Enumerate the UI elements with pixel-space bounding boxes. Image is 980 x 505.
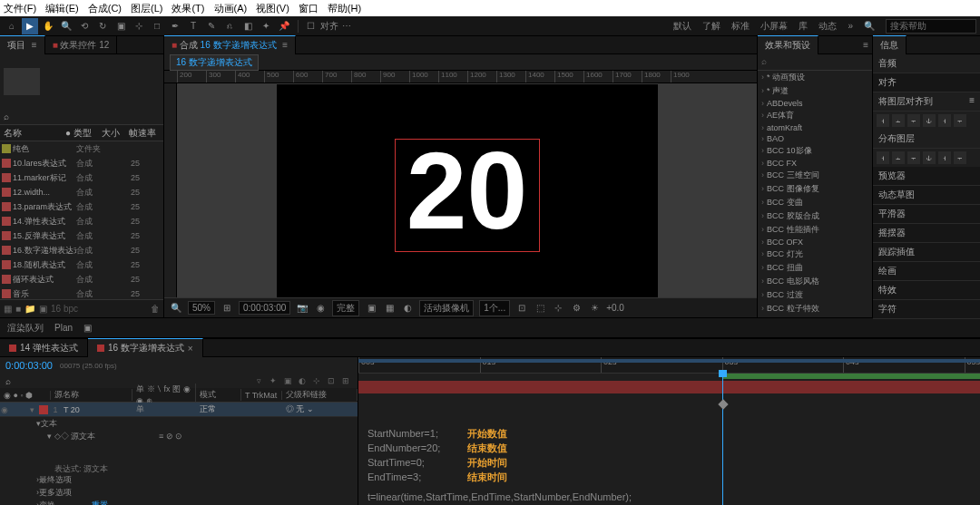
layer-row-1[interactable]: ◉ ▾ 1 T 20 单 正常 ◎ 无 ⌄ xyxy=(0,403,358,417)
effect-category[interactable]: * 声道 xyxy=(758,84,872,98)
dist-5-icon[interactable]: ⫞ xyxy=(938,151,951,164)
pen-tool-icon[interactable]: ✒ xyxy=(167,18,183,34)
channel-icon[interactable]: ◉ xyxy=(314,303,327,313)
eraser-tool-icon[interactable]: ◧ xyxy=(240,18,256,34)
effect-category[interactable]: BCC 三维空间 xyxy=(758,169,872,182)
effect-category[interactable]: atomKraft xyxy=(758,122,872,133)
snapshot-icon[interactable]: 📷 xyxy=(296,303,309,313)
exposure-icon[interactable]: ☀ xyxy=(588,303,601,313)
roi-icon[interactable]: ▣ xyxy=(365,303,377,313)
zoom-dropdown[interactable]: 50% xyxy=(188,301,215,315)
prop-sketch[interactable]: 动态草图 xyxy=(873,186,980,205)
text-bounds[interactable] xyxy=(395,139,540,252)
view-opt1-icon[interactable]: ⊡ xyxy=(515,303,528,313)
effect-category[interactable]: ABDevels xyxy=(758,98,872,109)
prop-audio[interactable]: 音频 xyxy=(873,54,980,73)
effect-category[interactable]: BCC FX xyxy=(758,158,872,169)
menu-help[interactable]: 帮助(H) xyxy=(328,2,361,15)
effect-category[interactable]: BCC 颗粒 xyxy=(758,316,872,317)
transp-icon[interactable]: ▦ xyxy=(383,303,396,313)
tl-i1-icon[interactable]: ▿ xyxy=(252,374,265,387)
view-opt3-icon[interactable]: ⊹ xyxy=(552,303,564,313)
effect-category[interactable]: BCC 电影风格 xyxy=(758,275,872,288)
roto-tool-icon[interactable]: ✦ xyxy=(258,18,274,34)
project-item[interactable]: 10.lares表达式合成25 xyxy=(0,156,163,170)
dist-1-icon[interactable]: ⫞ xyxy=(877,151,889,164)
project-item[interactable]: 16.数字递增表达式合成25 xyxy=(0,243,163,257)
prop-align[interactable]: 对齐 xyxy=(873,73,980,92)
rect-tool-icon[interactable]: □ xyxy=(149,18,165,34)
prop-paint[interactable]: 绘画 xyxy=(873,262,980,281)
help-search-input[interactable] xyxy=(886,19,976,34)
layer-name[interactable]: T 20 xyxy=(60,405,136,414)
proj-bin-icon[interactable]: ▦ xyxy=(4,304,12,314)
effect-category[interactable]: * 动画预设 xyxy=(758,71,872,84)
dist-2-icon[interactable]: ⫠ xyxy=(892,151,905,164)
project-item[interactable]: 纯色文件夹 xyxy=(0,141,163,156)
hdr-source[interactable]: 源名称 xyxy=(51,389,132,401)
plan-label[interactable]: Plan xyxy=(54,323,73,333)
menu-effect[interactable]: 效果(T) xyxy=(172,2,204,15)
puppet-tool-icon[interactable]: 📌 xyxy=(276,18,292,34)
prop-fx[interactable]: 特效 xyxy=(873,281,980,300)
resolution-dropdown[interactable]: 完整 xyxy=(332,300,359,316)
layer-bar[interactable] xyxy=(358,381,980,393)
col-frate[interactable]: 帧速率 xyxy=(129,127,163,140)
ws-lib[interactable]: 库 xyxy=(799,20,808,33)
view-opt2-icon[interactable]: ⬚ xyxy=(534,303,546,313)
align-l-icon[interactable]: ⫞ xyxy=(877,114,889,127)
tab-effect-controls[interactable]: ■ 效果控件 12 xyxy=(45,36,118,54)
tl-i6-icon[interactable]: ⊡ xyxy=(325,374,338,387)
exp-source-text[interactable]: ▾ ◇ ◇ 源文本 ≡ ⊘ ⊙ xyxy=(0,430,358,442)
menu-comp[interactable]: 合成(C) xyxy=(88,2,122,15)
camera-dropdown[interactable]: 活动摄像机 xyxy=(419,300,474,316)
effect-category[interactable]: BCC 性能插件 xyxy=(758,223,872,237)
hdr-mode[interactable]: 模式 xyxy=(196,389,241,401)
snap-opts-icon[interactable]: ⋯ xyxy=(338,18,355,34)
keyframe-icon[interactable] xyxy=(718,399,728,409)
hand-tool-icon[interactable]: ✋ xyxy=(40,18,56,34)
tab-project[interactable]: 项目 ≡ xyxy=(0,35,45,54)
view-opt4-icon[interactable]: ⚙ xyxy=(570,303,583,313)
project-item[interactable]: 音乐合成25 xyxy=(0,286,163,299)
project-item[interactable]: 12.width...合成25 xyxy=(0,185,163,199)
tl-search-input[interactable] xyxy=(16,376,71,386)
ws-more-icon[interactable]: » xyxy=(848,21,853,31)
project-item[interactable]: 11.marker标记合成25 xyxy=(0,170,163,185)
effect-category[interactable]: BCC 10影像 xyxy=(758,144,872,158)
res-icon[interactable]: ⊞ xyxy=(220,303,233,313)
tab-effects[interactable]: 效果和预设 xyxy=(758,35,818,54)
tl-i2-icon[interactable]: ✦ xyxy=(267,374,279,387)
text-tool-icon[interactable]: T xyxy=(185,18,201,34)
prop-tracker[interactable]: 跟踪插值 xyxy=(873,243,980,262)
exp-more[interactable]: › 更多选项 xyxy=(0,486,358,499)
align-c-icon[interactable]: ⫠ xyxy=(892,114,905,127)
tab-info[interactable]: 信息 xyxy=(873,35,906,54)
hdr-parent[interactable]: 父级和链接 xyxy=(282,389,358,401)
prop-wiggler[interactable]: 摇摆器 xyxy=(873,224,980,243)
breadcrumb[interactable]: 16 数字递增表达式 xyxy=(170,54,259,71)
exp-transform[interactable]: › 变换 重置 xyxy=(0,499,358,505)
menu-file[interactable]: 文件(F) xyxy=(4,2,36,15)
align-r-icon[interactable]: ⫟ xyxy=(907,114,920,127)
magnify-icon[interactable]: 🔍 xyxy=(170,303,182,313)
project-item[interactable]: 循环表达式合成25 xyxy=(0,272,163,286)
exp-final[interactable]: › 最终选项 xyxy=(0,473,358,486)
dist-6-icon[interactable]: ⫟ xyxy=(954,151,966,164)
timecode-display[interactable]: 0:00:03:00 xyxy=(5,360,53,371)
tab-render-queue[interactable]: 渲染队列 xyxy=(7,322,44,335)
search-toggle-icon[interactable]: 🔍 xyxy=(864,21,875,31)
tab-comp-viewer[interactable]: ■ 合成 16 数字递增表达式 ≡ xyxy=(164,35,296,54)
project-item[interactable]: 14.弹性表达式合成25 xyxy=(0,214,163,228)
timeline-tracks[interactable]: StartNumber=1;开始数值 EndNumber=20;结束数值 Sta… xyxy=(358,374,980,505)
tl-i3-icon[interactable]: ▣ xyxy=(281,374,294,387)
effect-category[interactable]: BCC 粒子特效 xyxy=(758,302,872,316)
ws-learn[interactable]: 了解 xyxy=(702,20,720,33)
effect-category[interactable]: BCC 变曲 xyxy=(758,196,872,209)
dist-3-icon[interactable]: ⫟ xyxy=(907,151,920,164)
col-name[interactable]: 名称 xyxy=(0,127,65,140)
proj-trash-icon[interactable]: 🗑 xyxy=(151,304,160,314)
tl-tab-14[interactable]: 14 弹性表达式 xyxy=(0,339,88,357)
tl-i7-icon[interactable]: ⊞ xyxy=(339,374,352,387)
effect-category[interactable]: AE体育 xyxy=(758,109,872,122)
